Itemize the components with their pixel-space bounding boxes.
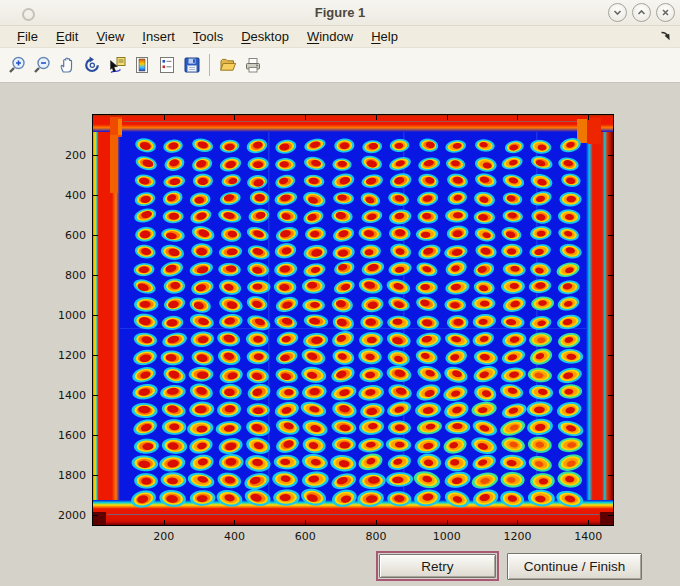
- menu-view[interactable]: View: [87, 27, 133, 47]
- y-tick-label: 1800: [58, 469, 86, 482]
- rotate-icon: [82, 55, 102, 75]
- dock-figure-icon[interactable]: [660, 31, 672, 42]
- x-tick-label: 600: [295, 530, 316, 543]
- rotate-3d-button[interactable]: [79, 52, 104, 78]
- y-tick-label: 600: [65, 229, 86, 242]
- toolbar-separator: [209, 54, 210, 76]
- open-file-button[interactable]: [215, 52, 240, 78]
- close-button[interactable]: [656, 3, 675, 22]
- floppy-save-icon: [182, 55, 202, 75]
- close-icon: [659, 6, 672, 19]
- menu-window[interactable]: Window: [298, 27, 362, 47]
- retry-button[interactable]: Retry: [379, 554, 496, 578]
- minimize-button[interactable]: [608, 3, 627, 22]
- data-cursor-button[interactable]: [104, 52, 129, 78]
- window-title: Figure 1: [0, 0, 680, 25]
- chevron-up-icon: [635, 6, 648, 19]
- x-tick-label: 200: [153, 530, 174, 543]
- retry-focus-ring: Retry: [376, 551, 499, 581]
- x-tick-label: 1000: [433, 530, 461, 543]
- x-tick-label: 1400: [574, 530, 602, 543]
- figure-window: Figure 1 FileEditViewInsertToolsDesktopW…: [0, 0, 680, 586]
- zoom-in-button[interactable]: [4, 52, 29, 78]
- x-tick-label: 800: [365, 530, 386, 543]
- y-tick-label: 200: [65, 149, 86, 162]
- x-tick-label: 1200: [503, 530, 531, 543]
- hand-icon: [57, 55, 77, 75]
- maximize-button[interactable]: [632, 3, 651, 22]
- y-tick-label: 1200: [58, 349, 86, 362]
- zoom-out-icon: [32, 55, 52, 75]
- colorbar-icon: [132, 55, 152, 75]
- data-cursor-icon: [107, 55, 127, 75]
- save-button[interactable]: [179, 52, 204, 78]
- heatmap-image[interactable]: [93, 115, 613, 525]
- menu-help[interactable]: Help: [362, 27, 407, 47]
- open-folder-icon: [218, 55, 238, 75]
- figure-canvas-area: 2004006008001000120014002004006008001000…: [0, 83, 680, 586]
- window-controls: [608, 3, 675, 22]
- menu-edit[interactable]: Edit: [47, 27, 87, 47]
- menu-insert[interactable]: Insert: [133, 27, 184, 47]
- printer-icon: [243, 55, 263, 75]
- continue-finish-button[interactable]: Continue / Finish: [507, 553, 642, 580]
- y-tick-label: 800: [65, 269, 86, 282]
- x-tick-label: 400: [224, 530, 245, 543]
- y-tick-label: 1400: [58, 389, 86, 402]
- toolbar: [0, 48, 680, 83]
- menu-file[interactable]: File: [8, 27, 47, 47]
- legend-icon: [157, 55, 177, 75]
- y-tick-label: 2000: [58, 509, 86, 522]
- menubar: FileEditViewInsertToolsDesktopWindowHelp: [0, 26, 680, 48]
- print-button[interactable]: [240, 52, 265, 78]
- menu-desktop[interactable]: Desktop: [232, 27, 298, 47]
- chevron-down-icon: [611, 6, 624, 19]
- pan-button[interactable]: [54, 52, 79, 78]
- plot-area[interactable]: 2004006008001000120014002004006008001000…: [93, 115, 613, 525]
- y-tick-label: 1000: [58, 309, 86, 322]
- insert-legend-button[interactable]: [154, 52, 179, 78]
- insert-colorbar-button[interactable]: [129, 52, 154, 78]
- y-tick-label: 1600: [58, 429, 86, 442]
- menu-tools[interactable]: Tools: [184, 27, 232, 47]
- zoom-out-button[interactable]: [29, 52, 54, 78]
- y-tick-label: 400: [65, 189, 86, 202]
- titlebar: Figure 1: [0, 0, 680, 26]
- zoom-in-icon: [7, 55, 27, 75]
